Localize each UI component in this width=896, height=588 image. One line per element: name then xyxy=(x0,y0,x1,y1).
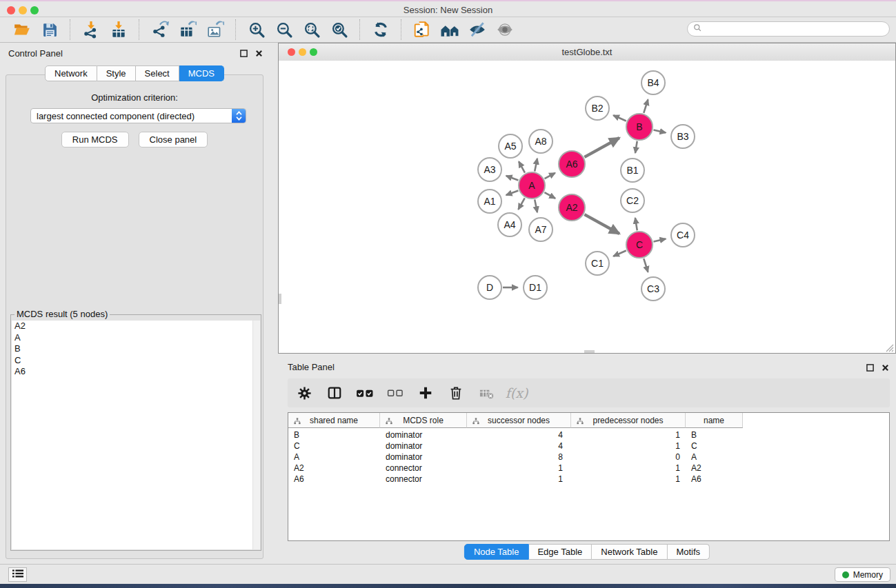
node-C1[interactable]: C1 xyxy=(586,252,609,275)
edge-B-B4[interactable] xyxy=(644,99,648,113)
edge-C-C3[interactable] xyxy=(644,258,648,272)
search-field[interactable] xyxy=(687,21,890,37)
float-table-panel-icon[interactable] xyxy=(866,363,874,372)
export-image-icon[interactable] xyxy=(205,19,226,40)
table-cell[interactable]: 8 xyxy=(467,452,571,462)
import-network-icon[interactable] xyxy=(81,19,101,40)
edge-A-A8[interactable] xyxy=(535,159,537,172)
refresh-layout-icon[interactable] xyxy=(370,19,391,40)
table-tab-edge-table[interactable]: Edge Table xyxy=(528,544,592,560)
table-cell[interactable]: 0 xyxy=(571,452,686,462)
node-A8[interactable]: A8 xyxy=(529,130,552,153)
edge-C-C2[interactable] xyxy=(635,218,637,230)
new-network-from-selection-icon[interactable] xyxy=(412,19,432,40)
float-panel-icon[interactable] xyxy=(239,49,248,57)
table-cell[interactable]: A2 xyxy=(686,463,743,473)
table-cell[interactable]: A6 xyxy=(288,474,380,484)
node-B3[interactable]: B3 xyxy=(671,125,695,148)
column-header-mcds-role[interactable]: MCDS role xyxy=(380,413,467,428)
export-table-icon[interactable] xyxy=(177,19,198,40)
zoom-selected-icon[interactable] xyxy=(329,19,350,40)
result-scrollbar[interactable] xyxy=(252,321,260,549)
edge-C-C4[interactable] xyxy=(653,239,666,242)
table-cell[interactable]: 1 xyxy=(467,463,571,473)
open-session-icon[interactable] xyxy=(12,19,32,40)
hide-selected-icon[interactable] xyxy=(467,19,488,40)
horizontal-scroll-thumb[interactable] xyxy=(584,350,595,353)
table-cell[interactable]: B xyxy=(288,430,380,440)
edge-B-B3[interactable] xyxy=(653,130,666,133)
table-cell[interactable]: 4 xyxy=(467,441,571,451)
run-mcds-button[interactable]: Run MCDS xyxy=(61,132,129,148)
table-cell[interactable]: dominator xyxy=(380,452,467,462)
table-tab-motifs[interactable]: Motifs xyxy=(667,544,710,560)
tab-select[interactable]: Select xyxy=(136,65,179,81)
result-item[interactable]: A2 xyxy=(12,321,260,332)
select-all-columns-icon[interactable] xyxy=(355,383,375,403)
table-row[interactable]: A6connector11A6 xyxy=(288,474,889,485)
zoom-out-icon[interactable] xyxy=(274,19,295,40)
edge-A6-B[interactable] xyxy=(584,138,619,157)
column-header-successor-nodes[interactable]: successor nodes xyxy=(467,413,571,428)
table-cell[interactable]: connector xyxy=(380,463,467,473)
unselect-all-columns-icon[interactable] xyxy=(386,383,405,403)
create-column-icon[interactable] xyxy=(416,383,435,403)
node-A1[interactable]: A1 xyxy=(478,190,501,213)
table-cell[interactable]: B xyxy=(686,430,743,440)
resize-grip[interactable] xyxy=(885,343,895,352)
edge-C-C1[interactable] xyxy=(613,250,626,256)
table-tab-network-table[interactable]: Network Table xyxy=(592,544,667,560)
search-input[interactable] xyxy=(705,23,889,34)
table-cell[interactable]: A6 xyxy=(686,474,743,484)
node-D[interactable]: D xyxy=(478,276,501,299)
delete-columns-icon[interactable] xyxy=(446,383,466,403)
node-B[interactable]: B xyxy=(626,114,653,140)
close-panel-icon[interactable] xyxy=(255,49,263,57)
save-session-icon[interactable] xyxy=(39,19,60,40)
edge-A-A7[interactable] xyxy=(535,200,537,213)
node-A4[interactable]: A4 xyxy=(498,213,521,236)
edge-B-B1[interactable] xyxy=(635,141,637,153)
column-header-name[interactable]: name xyxy=(686,413,743,428)
export-network-icon[interactable] xyxy=(150,19,170,40)
node-A7[interactable]: A7 xyxy=(529,218,552,241)
table-row[interactable]: A2connector11A2 xyxy=(288,463,889,474)
node-A6[interactable]: A6 xyxy=(559,151,585,177)
edge-A-A4[interactable] xyxy=(518,198,524,210)
node-A2[interactable]: A2 xyxy=(559,194,585,221)
edge-A-A2[interactable] xyxy=(544,192,555,199)
column-settings-icon[interactable] xyxy=(295,383,314,403)
network-canvas[interactable]: B4B2BB3A5A8A6A3B1AA1C2A2A4A7C4CC1DD1C3 xyxy=(279,61,895,353)
table-cell[interactable]: C xyxy=(288,441,380,451)
table-cell[interactable]: 4 xyxy=(467,430,571,440)
node-C3[interactable]: C3 xyxy=(641,277,665,301)
close-panel-button[interactable]: Close panel xyxy=(139,132,208,148)
table-cell[interactable]: A xyxy=(686,452,743,462)
table-row[interactable]: Adominator80A xyxy=(288,452,889,463)
node-C2[interactable]: C2 xyxy=(621,189,644,212)
table-cell[interactable]: 1 xyxy=(467,474,571,484)
memory-button[interactable]: Memory xyxy=(835,567,890,582)
column-header-predecessor-nodes[interactable]: predecessor nodes xyxy=(571,413,686,428)
table-row[interactable]: Bdominator41B xyxy=(288,429,889,440)
tab-style[interactable]: Style xyxy=(97,65,136,81)
zoom-fit-icon[interactable] xyxy=(301,19,322,40)
table-cell[interactable]: dominator xyxy=(380,430,467,440)
node-A3[interactable]: A3 xyxy=(478,158,501,181)
result-item[interactable]: A6 xyxy=(12,366,260,378)
edge-A2-C[interactable] xyxy=(584,214,619,234)
task-history-button[interactable] xyxy=(8,567,27,582)
edge-A-A1[interactable] xyxy=(506,190,519,195)
node-A[interactable]: A xyxy=(519,172,545,199)
result-item[interactable]: C xyxy=(12,355,260,367)
table-tab-node-table[interactable]: Node Table xyxy=(464,544,529,560)
table-mode-icon[interactable] xyxy=(325,383,344,403)
column-header-shared-name[interactable]: shared name xyxy=(288,413,380,428)
edge-A-A5[interactable] xyxy=(519,161,525,172)
table-cell[interactable]: connector xyxy=(380,474,467,484)
edge-A-A6[interactable] xyxy=(545,173,555,179)
table-cell[interactable]: A2 xyxy=(288,463,380,473)
edge-B-B2[interactable] xyxy=(613,115,626,121)
node-B2[interactable]: B2 xyxy=(586,97,609,120)
node-B1[interactable]: B1 xyxy=(621,159,644,182)
